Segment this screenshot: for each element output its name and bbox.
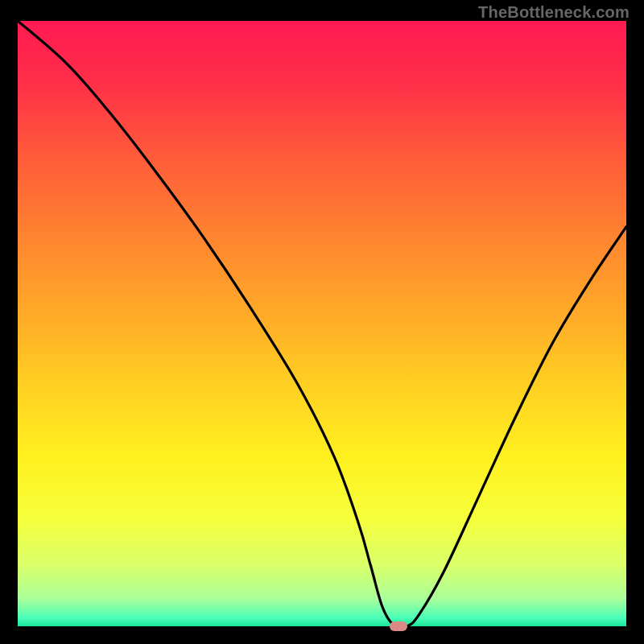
chart-svg bbox=[18, 21, 626, 626]
watermark-text: TheBottleneck.com bbox=[478, 3, 630, 22]
chart-frame: TheBottleneck.com bbox=[0, 0, 644, 644]
optimal-point-marker bbox=[390, 621, 407, 631]
plot-area bbox=[18, 21, 626, 626]
